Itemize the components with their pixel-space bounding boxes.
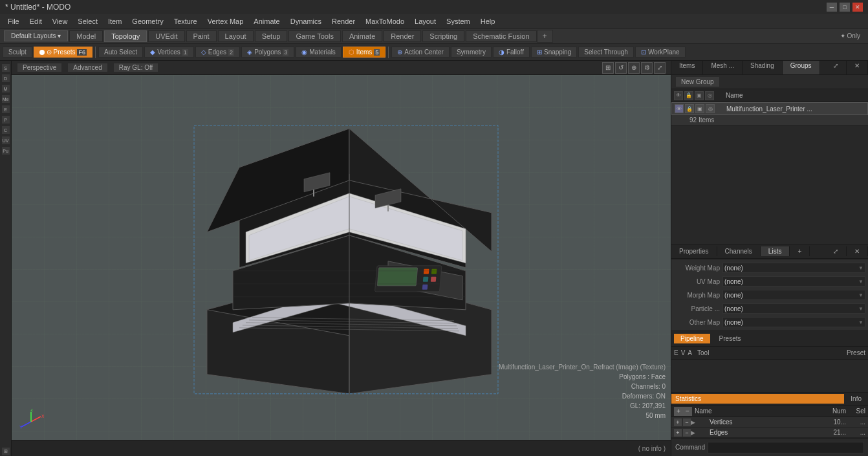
new-group-button[interactable]: New Group [675,76,720,87]
sidebar-btn-8[interactable]: UV [1,136,10,145]
close-button[interactable]: ✕ [852,3,863,12]
polygons-button[interactable]: ◈ Polygons 3 [241,47,294,58]
panel-close-button[interactable]: ✕ [847,61,868,74]
viewport-zoom-button[interactable]: ⊕ [628,62,640,74]
menu-render[interactable]: Render [327,16,360,27]
menu-select[interactable]: Select [72,16,103,27]
sidebar-btn-3[interactable]: M [1,84,10,93]
tab-game-tools[interactable]: Game Tools [288,30,341,42]
advanced-dropdown[interactable]: Advanced [67,63,107,72]
viewport-settings-button[interactable]: ⚙ [641,62,653,74]
group-eye-icon[interactable]: 👁 [675,104,684,113]
sidebar-btn-6[interactable]: P [1,115,10,124]
group-render-icon[interactable]: ◎ [706,104,715,113]
sidebar-btn-1[interactable]: S [1,63,10,72]
group-vis-icon[interactable]: ▣ [695,104,704,113]
tab-lists[interactable]: Lists [761,246,790,256]
menu-system[interactable]: System [441,16,475,27]
menu-item[interactable]: Item [103,16,127,27]
weight-map-select[interactable]: (none) ▼ [722,263,865,273]
edges-button[interactable]: ◇ Edges 2 [195,47,240,58]
workplane-button[interactable]: ⊡ WorkPlane [635,47,686,58]
tab-setup[interactable]: Setup [255,30,288,42]
vertices-button[interactable]: ◆ Vertices 1 [144,47,194,58]
action-center-button[interactable]: ⊕ Action Center [391,47,450,58]
viewport-expand-button[interactable]: ⤢ [654,62,666,74]
info-tab[interactable]: Info [844,394,868,404]
uv-map-select[interactable]: (none) ▼ [722,276,865,287]
menu-animate[interactable]: Animate [248,16,285,27]
select-through-button[interactable]: Select Through [578,47,634,58]
sidebar-btn-5[interactable]: E [1,105,10,114]
tab-groups[interactable]: Groups [783,61,820,74]
sidebar-btn-4[interactable]: Me [1,94,10,103]
presets-button[interactable]: ⊙ Presets F6 [34,47,92,58]
tab-scripting[interactable]: Scripting [422,30,464,42]
lists-close-button[interactable]: ✕ [847,246,868,256]
menu-edit[interactable]: Edit [25,16,47,27]
tab-channels[interactable]: Channels [717,246,761,256]
particle-select[interactable]: (none) ▼ [722,303,865,314]
stat-edges-plus[interactable]: + [674,429,682,437]
stat-vertices-plus[interactable]: + [674,418,682,426]
snapping-button[interactable]: ⊞ Snapping [531,47,577,58]
tab-shading[interactable]: Shading [743,61,783,74]
eye-col-icon[interactable]: 👁 [674,91,683,100]
panel-expand-button[interactable]: ⤢ [825,61,847,74]
tab-animate[interactable]: Animate [342,30,382,42]
materials-button[interactable]: ◉ Materials [296,47,342,58]
symmetry-button[interactable]: Symmetry [451,47,492,58]
menu-view[interactable]: View [47,16,73,27]
viewport-home-button[interactable]: ⊞ [602,62,614,74]
sidebar-btn-2[interactable]: D [1,74,10,83]
tab-uvedit[interactable]: UVEdit [148,30,184,42]
sidebar-expand-button[interactable]: ⊞ [1,447,10,456]
minimize-button[interactable]: ─ [827,3,837,12]
tab-items[interactable]: Items [671,61,703,74]
menu-geometry[interactable]: Geometry [127,16,168,27]
menu-layout[interactable]: Layout [409,16,441,27]
tab-mesh[interactable]: Mesh ... [703,61,743,74]
tab-layout[interactable]: Layout [218,30,254,42]
morph-map-select[interactable]: (none) ▼ [722,290,865,300]
menu-file[interactable]: File [3,16,25,27]
group-lock-icon[interactable]: 🔒 [685,104,694,113]
lock-col-icon[interactable]: 🔒 [684,91,693,100]
menu-dynamics[interactable]: Dynamics [285,16,327,27]
viewport-rotate-button[interactable]: ↺ [615,62,627,74]
stat-edges-dash[interactable]: − [683,429,691,437]
tab-paint[interactable]: Paint [186,30,217,42]
default-layouts-button[interactable]: Default Layouts ▾ [4,30,68,41]
group-item[interactable]: 👁 🔒 ▣ ◎ Multifunction_Laser_Printer ... [671,102,868,115]
add-tab-button[interactable]: + [537,30,553,43]
viewport-canvas[interactable]: Multifunction_Laser_Printer_On_Refract (… [12,75,671,440]
tab-schematic-fusion[interactable]: Schematic Fusion [466,30,536,42]
auto-select-button[interactable]: Auto Select [98,47,143,58]
stats-add-button[interactable]: + [674,407,683,416]
vis-col-icon[interactable]: ▣ [695,91,704,100]
tab-model[interactable]: Model [69,30,103,42]
items-button[interactable]: ⬡ Items 5 [343,47,385,58]
presets-tab[interactable]: Presets [713,334,748,343]
pipeline-tab[interactable]: Pipeline [674,334,710,343]
perspective-dropdown[interactable]: Perspective [17,63,62,72]
falloff-button[interactable]: ◑ Falloff [493,47,530,58]
menu-maxtomodo[interactable]: MaxToModo [360,16,409,27]
menu-vertex-map[interactable]: Vertex Map [202,16,249,27]
sculpt-button[interactable]: Sculpt [3,47,32,58]
ray-gl-button[interactable]: Ray GL: Off [113,63,159,72]
tab-properties[interactable]: Properties [671,246,717,256]
lists-expand-button[interactable]: ⤢ [825,246,847,256]
stat-vertices-expand[interactable]: ▶ [691,419,695,426]
tab-render[interactable]: Render [384,30,421,42]
menu-help[interactable]: Help [475,16,501,27]
stat-edges-expand[interactable]: ▶ [691,429,695,436]
stat-vertices-dash[interactable]: − [683,418,691,426]
command-input[interactable] [708,442,864,453]
maximize-button[interactable]: □ [840,3,850,12]
other-map-select[interactable]: (none) ▼ [722,317,865,327]
stats-dash-button[interactable]: − [683,407,692,416]
lists-add-button[interactable]: + [790,246,810,256]
tab-topology[interactable]: Topology [104,30,147,42]
sidebar-btn-9[interactable]: Pu [1,146,10,155]
